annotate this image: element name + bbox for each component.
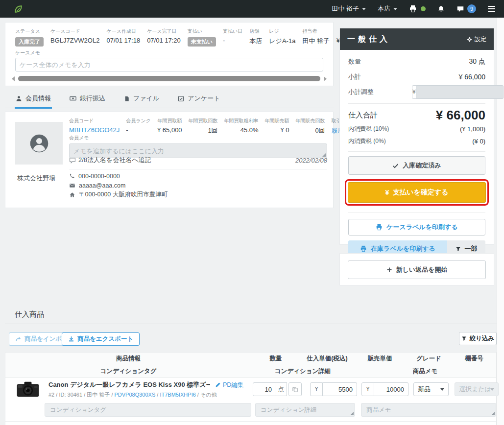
status-badge: 入庫完了 xyxy=(15,37,44,47)
copy-row-button[interactable] xyxy=(288,382,302,396)
case-field-created: ケース作成日 07/01 17:18 xyxy=(106,28,140,47)
case-memo-input[interactable] xyxy=(15,58,323,71)
product-thumbnail[interactable] xyxy=(14,378,42,402)
pencil-icon xyxy=(215,382,221,388)
header-sale-price: 販売単価 xyxy=(354,354,406,363)
tab-member-info[interactable]: 会員情報 xyxy=(15,92,52,109)
case-field-register: レジ レジA-1a xyxy=(269,28,295,47)
member-stat-purchase-count: 年間買取回数 1回 xyxy=(189,118,218,135)
resize-handle[interactable] xyxy=(350,412,354,415)
envelope-icon xyxy=(69,183,75,189)
resize-handle[interactable] xyxy=(491,412,495,415)
filter-products-button[interactable]: 絞り込み xyxy=(459,332,497,345)
copy-icon xyxy=(292,386,298,393)
page-scrollbar-track[interactable] xyxy=(497,18,504,425)
products-table-header-row2: コンディションタグ コンディション詳細 商品メモ xyxy=(5,365,496,378)
header-grade: グレード xyxy=(406,354,452,363)
horizontal-scrollbar-thumb[interactable] xyxy=(18,76,320,81)
chevron-down-icon xyxy=(490,388,494,393)
case-field-payment: 支払い 未支払い xyxy=(188,28,216,47)
home-icon xyxy=(69,192,75,198)
import-arrow-icon xyxy=(15,336,22,342)
filter-icon xyxy=(456,246,461,252)
products-table-header-row1: 商品情報 数量 仕入単価(税込) 販売単価 グレード 棚番号 xyxy=(5,353,496,365)
print-case-label-button[interactable]: ケースラベルを印刷する xyxy=(348,219,485,236)
member-address: 〒000-0000 大阪府吹田市豊津町 xyxy=(69,190,168,199)
chevron-down-icon xyxy=(362,8,366,12)
top-navbar: 田中 裕子 本店 9 xyxy=(0,0,504,18)
tab-survey[interactable]: アンケート xyxy=(177,92,221,109)
tab-bank-transfer[interactable]: 銀行振込 xyxy=(69,92,106,109)
new-return-button[interactable]: 新しい返品を開始 xyxy=(348,260,486,279)
tab-files[interactable]: ファイル xyxy=(123,92,160,109)
person-icon xyxy=(16,95,22,102)
member-phone: 000-0000-0000 xyxy=(69,171,168,181)
member-stat-gross-margin: 年間買取粗利率 45.0% xyxy=(224,118,259,135)
member-note-text: 2/8法人名を会社名へ追記 xyxy=(78,156,151,165)
header-shelf-number: 棚番号 xyxy=(452,354,496,363)
header-condition-tag: コンディションタグ xyxy=(5,367,251,376)
product-code-link[interactable]: PDVP08Q300XS xyxy=(115,392,156,398)
unit-cost-input[interactable] xyxy=(323,382,357,396)
person-avatar-icon xyxy=(28,133,50,154)
printer-icon xyxy=(409,5,417,13)
purchase-summary-panel: 一般仕入 設定 数量 30 点 小計 ¥ 66,000 小計調整 ¥ 仕入合計 … xyxy=(339,28,494,245)
member-stat-annual-sales: 年間販売額 ¥ 0 xyxy=(265,118,289,135)
pd-edit-link[interactable]: PD編集 xyxy=(215,381,243,389)
header-product-info: 商品情報 xyxy=(5,354,251,363)
chevron-down-icon xyxy=(440,388,444,393)
scroll-right-icon[interactable] xyxy=(324,76,327,81)
product-memo-textarea[interactable]: 商品メモ xyxy=(361,403,496,417)
shelf-number-select[interactable]: 選択または入力 xyxy=(455,382,499,396)
member-company-name: 株式会社野場 xyxy=(17,174,55,183)
horizontal-scrollbar xyxy=(5,71,333,81)
yen-prefix: ¥ xyxy=(412,85,416,99)
store-menu[interactable]: 本店 xyxy=(378,4,397,13)
returns-card: 新しい返品を開始 xyxy=(339,253,494,285)
messages-button[interactable]: 9 xyxy=(456,4,476,13)
header-product-memo: 商品メモ xyxy=(354,367,496,376)
chevron-down-icon xyxy=(393,8,397,12)
notifications-button[interactable] xyxy=(437,5,445,13)
summary-qty-row: 数量 30 点 xyxy=(348,54,485,69)
yen-prefix: ¥ xyxy=(361,382,374,396)
summary-total-row: 仕入合計 ¥ 66,000 xyxy=(348,108,485,123)
user-menu[interactable]: 田中 裕子 xyxy=(332,4,366,13)
condition-detail-textarea[interactable]: コンディション詳細 xyxy=(255,403,355,417)
stock-confirmed-button[interactable]: 入庫確定済み xyxy=(348,156,485,175)
case-field-code: ケースコード BGLJ7ZVW2OL2 xyxy=(50,28,99,47)
money-icon xyxy=(70,95,76,102)
printer-online-dot xyxy=(421,6,426,11)
sale-price-input[interactable] xyxy=(374,382,408,396)
file-icon xyxy=(124,95,130,102)
condition-tag-select[interactable]: コンディションタグ xyxy=(45,403,251,417)
download-icon xyxy=(68,336,74,342)
item-code-link[interactable]: IT7BM5IXHPI6 xyxy=(160,392,195,398)
export-products-button[interactable]: 商品をエクスポート xyxy=(62,332,140,346)
summary-adjust-row: 小計調整 ¥ xyxy=(348,84,485,99)
summary-subtotal-row: 小計 ¥ 66,000 xyxy=(348,69,485,84)
user-name: 田中 裕子 xyxy=(332,4,359,13)
member-note-date: 2022/02/08 xyxy=(295,157,327,164)
member-code-link[interactable]: MBHTZ6OGO42J xyxy=(69,126,120,134)
confirm-payment-button[interactable]: ¥ 支払いを確定する xyxy=(348,182,486,203)
member-stat-sales-count: 年間販売回数 0回 xyxy=(296,118,325,135)
payment-status-badge: 未支払い xyxy=(188,37,216,47)
purchase-total-value: ¥ 66,000 xyxy=(436,108,485,123)
product-row: Canon デジタル一眼レフカメラ EOS Kiss X90 標準ズームキット … xyxy=(5,378,496,401)
check-icon xyxy=(392,163,399,169)
app-logo-leaf-icon[interactable] xyxy=(14,4,23,14)
grade-select[interactable]: 新品 xyxy=(413,382,449,396)
quantity-input[interactable] xyxy=(253,382,275,396)
scroll-left-icon[interactable] xyxy=(12,76,15,81)
yen-prefix: ¥ xyxy=(310,382,323,396)
survey-check-icon xyxy=(178,95,184,102)
printer-status[interactable] xyxy=(409,5,426,13)
main-menu-button[interactable] xyxy=(488,6,495,12)
settings-button[interactable]: 設定 xyxy=(467,35,486,44)
summary-panel-header: 一般仕入 設定 xyxy=(340,28,494,50)
phone-icon xyxy=(69,173,75,179)
member-stat-annual-purchase: 年間買取額 ¥ 65,000 xyxy=(157,118,182,135)
subtotal-adjust-input[interactable] xyxy=(416,85,504,99)
header-qty: 数量 xyxy=(251,354,300,363)
